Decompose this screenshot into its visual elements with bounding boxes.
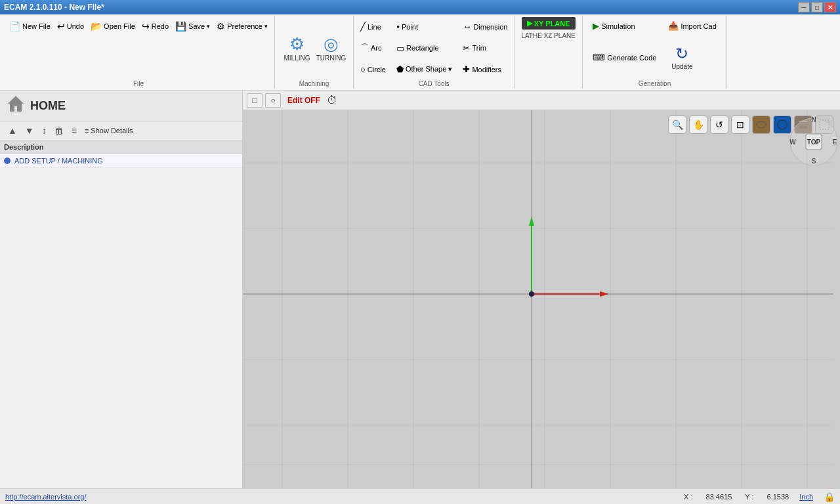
- rectangle-icon: ▭: [396, 43, 404, 53]
- panel-up-button[interactable]: ▲: [5, 124, 20, 137]
- file-group-content: 📄 New File ↩ Undo 📂 Open File ↪ Redo 💾: [7, 17, 270, 79]
- canvas-toolbar: □ ○ Edit OFF ⏱: [243, 91, 840, 110]
- stopwatch-icon[interactable]: ⏱: [327, 94, 337, 106]
- redo-label: Redo: [152, 22, 169, 30]
- table-header-description: Description: [0, 140, 81, 154]
- canvas-oval-icon[interactable]: ○: [265, 93, 281, 108]
- minimize-button[interactable]: ─: [798, 2, 810, 12]
- svg-text:W: W: [789, 138, 796, 146]
- simulation-icon: ▶: [593, 21, 599, 31]
- turning-button[interactable]: ◎ TURNING: [315, 28, 346, 68]
- undo-button[interactable]: ↩ Undo: [54, 20, 87, 33]
- redo-icon: ↪: [142, 21, 150, 32]
- maximize-button[interactable]: □: [811, 2, 823, 12]
- panel-table: Description ADD SETUP / MACHINING: [0, 140, 242, 488]
- other-shape-button[interactable]: ⬟ Other Shape ▾: [394, 63, 455, 75]
- update-label: Update: [671, 63, 692, 70]
- new-file-label: New File: [22, 22, 51, 30]
- other-shape-label: Other Shape ▾: [406, 65, 452, 74]
- trim-icon: ✂: [463, 43, 470, 53]
- file-group-label: File: [133, 79, 144, 87]
- simulation-button[interactable]: ▶ Simulation: [590, 20, 659, 32]
- home-title: HOME: [30, 99, 66, 113]
- new-file-button[interactable]: 📄 New File: [7, 20, 53, 33]
- import-cad-button[interactable]: 📥 Import Cad: [665, 20, 719, 32]
- arc-button[interactable]: ⌒ Arc: [358, 41, 388, 55]
- svg-text:TOP: TOP: [807, 138, 821, 146]
- generation-group: ▶ Simulation 📥 Import Cad ⌨ Generate Cod…: [583, 16, 727, 89]
- canvas-rect-icon[interactable]: □: [247, 93, 262, 108]
- unit-selector[interactable]: Inch: [799, 493, 813, 501]
- svg-rect-1: [243, 110, 840, 488]
- pan-icon[interactable]: ✋: [689, 116, 707, 134]
- edit-off-label: Edit OFF: [287, 96, 320, 105]
- lathe-plane-button[interactable]: LATHE XZ PLANE: [518, 31, 578, 41]
- import-cad-icon: 📥: [668, 21, 679, 31]
- svg-point-24: [757, 121, 766, 128]
- milling-label: MILLING: [284, 54, 310, 62]
- milling-button[interactable]: ⚙ MILLING: [281, 28, 312, 68]
- cad-tools-group: ╱ Line ⦁ Point ↔ Dimension ⌒ Arc ▭ Rec: [354, 16, 514, 89]
- panel-list-button[interactable]: ≡: [69, 124, 79, 137]
- preference-button[interactable]: ⚙ Preference ▾: [214, 20, 270, 33]
- canvas-svg: [243, 110, 840, 488]
- modifiers-label: Modifiers: [472, 66, 501, 74]
- solid-icon[interactable]: [752, 116, 770, 134]
- rectangle-label: Rectangle: [406, 44, 439, 52]
- fit-view-icon[interactable]: ⊡: [731, 116, 749, 134]
- cad-tools-group-label: CAD Tools: [419, 79, 450, 87]
- show-details-icon: ≡: [85, 127, 89, 135]
- machining-group-content: ⚙ MILLING ◎ TURNING: [281, 17, 346, 79]
- table-header: Description: [0, 140, 242, 154]
- modifiers-button[interactable]: ✚ Modifiers: [460, 63, 510, 75]
- panel-updown-button[interactable]: ↕: [39, 124, 49, 137]
- lathe-plane-label: LATHE XZ PLANE: [521, 32, 576, 39]
- milling-icon: ⚙: [289, 34, 304, 54]
- line-button[interactable]: ╱ Line: [358, 20, 388, 33]
- x-coord-value: 83.4615: [706, 493, 732, 501]
- xy-plane-button[interactable]: ▶ XY PLANE: [522, 17, 576, 30]
- y-coord-label: Y :: [745, 493, 753, 501]
- line-icon: ╱: [360, 22, 366, 32]
- canvas-viewport[interactable]: 🔍 ✋ ↺ ⊡: [243, 110, 840, 488]
- lock-icon: 🔒: [824, 492, 835, 502]
- titlebar: ECAM 2.1.0.110 - New File* ─ □ ✕: [0, 0, 840, 14]
- circle-button[interactable]: ○ Circle: [358, 63, 388, 75]
- undo-view-icon[interactable]: ↺: [710, 116, 728, 134]
- table-row[interactable]: ADD SETUP / MACHINING: [0, 154, 242, 168]
- trim-button[interactable]: ✂ Trim: [460, 42, 510, 54]
- line-label: Line: [368, 23, 381, 31]
- arc-icon: ⌒: [360, 42, 369, 54]
- table-header-col2: [81, 140, 161, 154]
- canvas-area: □ ○ Edit OFF ⏱: [243, 91, 840, 488]
- redo-button[interactable]: ↪ Redo: [139, 20, 171, 33]
- point-button[interactable]: ⦁ Point: [394, 20, 455, 33]
- statusbar-url[interactable]: http://ecam.altervista.org/: [5, 493, 87, 501]
- save-button[interactable]: 💾 Save ▾: [173, 20, 213, 33]
- machining-group: ⚙ MILLING ◎ TURNING Machining: [275, 16, 354, 89]
- modifiers-icon: ✚: [463, 64, 470, 74]
- edit-off-button[interactable]: Edit OFF: [284, 94, 324, 106]
- rectangle-button[interactable]: ▭ Rectangle: [394, 42, 455, 54]
- close-button[interactable]: ✕: [824, 2, 836, 12]
- svg-point-25: [778, 120, 787, 129]
- main-layout: HOME ▲ ▼ ↕ 🗑 ≡ ≡ Show Details Descriptio…: [0, 91, 840, 488]
- generation-content: ▶ Simulation 📥 Import Cad ⌨ Generate Cod…: [590, 17, 719, 79]
- panel-down-button[interactable]: ▼: [22, 124, 37, 137]
- dimension-button[interactable]: ↔ Dimension: [460, 20, 510, 33]
- y-coord-value: 6.1538: [767, 493, 789, 501]
- generation-group-label: Generation: [639, 79, 671, 87]
- row-indicator-icon: [4, 158, 10, 164]
- ribbon: 📄 New File ↩ Undo 📂 Open File ↪ Redo 💾: [0, 14, 840, 91]
- statusbar: http://ecam.altervista.org/ X : 83.4615 …: [0, 488, 840, 504]
- turning-label: TURNING: [316, 54, 346, 62]
- zoom-icon[interactable]: 🔍: [668, 116, 686, 134]
- update-button[interactable]: ↻ Update: [665, 39, 698, 76]
- circle-label: Circle: [368, 66, 386, 74]
- generate-code-button[interactable]: ⌨ Generate Code: [590, 51, 659, 64]
- panel-delete-button[interactable]: 🗑: [52, 124, 66, 137]
- open-file-button[interactable]: 📂 Open File: [88, 20, 138, 33]
- home-icon: [7, 94, 25, 117]
- generate-code-icon: ⌨: [593, 52, 605, 62]
- show-details-button[interactable]: ≡ Show Details: [82, 125, 136, 136]
